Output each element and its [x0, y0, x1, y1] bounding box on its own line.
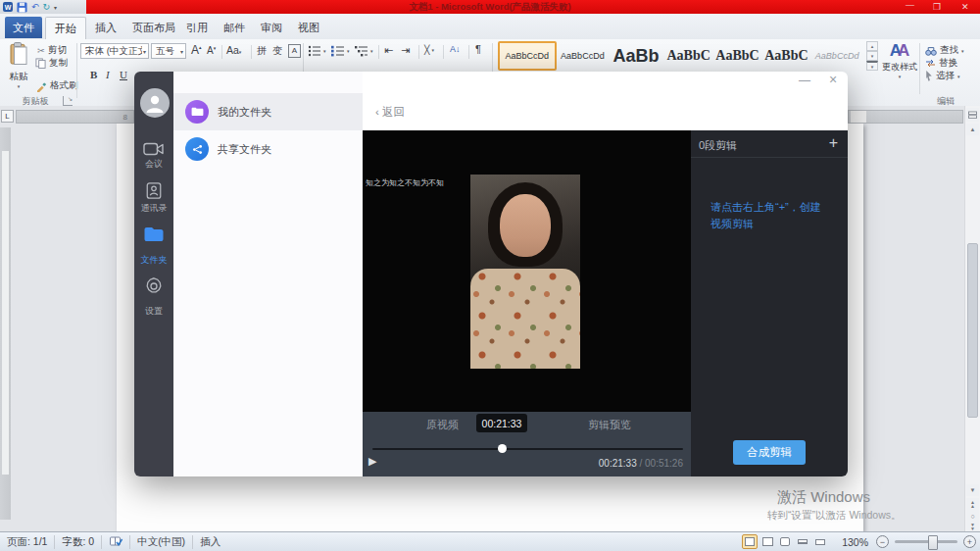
gallery-scroll-down[interactable]: ▾ [866, 51, 878, 61]
zoom-out-button[interactable]: − [876, 535, 889, 548]
zoom-slider-handle[interactable] [928, 535, 938, 550]
increase-indent-icon[interactable]: ⇥ [401, 44, 410, 57]
horizontal-ruler-left[interactable]: 8 [16, 110, 134, 124]
find-button[interactable]: 查找▾ [925, 44, 964, 57]
gallery-more-button[interactable]: ▾ [866, 61, 878, 71]
ruler-toggle-button[interactable] [966, 108, 979, 122]
page-indicator[interactable]: 页面: 1/1 [7, 535, 47, 549]
word-logo-icon[interactable]: W [3, 2, 13, 12]
app-close-button[interactable]: × [829, 72, 837, 87]
horizontal-ruler-right[interactable] [848, 110, 963, 124]
tab-home[interactable]: 开始 [45, 17, 86, 39]
underline-button[interactable]: U [120, 69, 127, 80]
character-shading-icon[interactable]: 变 [272, 44, 282, 58]
tab-view[interactable]: 视图 [290, 17, 327, 38]
style-item[interactable]: AaBbCcDd [498, 41, 557, 71]
bold-button[interactable]: B [90, 69, 97, 80]
bullets-button[interactable]: ▾ [308, 45, 326, 57]
paste-button[interactable]: 粘贴 ▾ [4, 42, 33, 95]
word-count[interactable]: 字数: 0 [62, 535, 94, 549]
grow-font-button[interactable]: A▴ [191, 43, 202, 57]
fullscreen-reading-view-button[interactable] [760, 534, 775, 549]
vertical-ruler[interactable] [0, 127, 11, 520]
language-indicator[interactable]: 中文(中国) [137, 535, 185, 549]
style-item[interactable]: AaBbCcDd [559, 43, 608, 69]
decrease-indent-icon[interactable]: ⇤ [384, 44, 393, 57]
shrink-font-button[interactable]: A▾ [207, 45, 216, 56]
font-size-combo[interactable]: 五号 ▾ [151, 43, 186, 59]
tab-page-layout[interactable]: 页面布局 [127, 17, 180, 38]
restore-button[interactable]: ❐ [933, 0, 941, 14]
sidebar-item-folders[interactable] [143, 225, 165, 243]
web-layout-view-button[interactable] [777, 534, 793, 549]
sidebar-item-settings-label[interactable]: 设置 [134, 305, 173, 318]
minimize-button[interactable]: — [906, 0, 914, 12]
tab-mailings[interactable]: 邮件 [216, 17, 253, 38]
tab-review[interactable]: 审阅 [253, 17, 290, 38]
style-item[interactable]: AaBbC [762, 43, 809, 69]
change-case-button[interactable]: Aa▾ [226, 44, 241, 56]
style-item[interactable]: AaBbC [714, 43, 761, 69]
scrollbar-thumb[interactable] [967, 243, 978, 418]
vertical-scrollbar[interactable]: ▲ ▼ ▲▲ ○ ▼▼ [964, 106, 980, 531]
format-painter-button[interactable]: 格式刷 [35, 79, 78, 92]
seek-bar[interactable] [372, 448, 683, 450]
sidebar-item-meeting[interactable] [143, 140, 165, 157]
print-layout-view-button[interactable] [742, 534, 758, 549]
undo-icon[interactable]: ↶ [31, 2, 39, 12]
tab-original-video[interactable]: 原视频 [426, 418, 459, 432]
zoom-in-button[interactable]: + [963, 535, 976, 548]
phonetic-guide-icon[interactable]: 拼 [257, 44, 267, 58]
style-item[interactable]: AaBbCcDd [811, 43, 862, 69]
add-clip-button[interactable]: + [829, 134, 838, 152]
qat-dropdown-icon[interactable]: ▾ [54, 4, 57, 11]
video-viewport[interactable]: 知之为知之不知为不知 [363, 130, 691, 412]
list-item-shared-folder[interactable]: 共享文件夹 [173, 130, 363, 168]
numbering-button[interactable]: ▾ [331, 45, 350, 57]
zoom-level[interactable]: 130% [842, 536, 868, 548]
replace-button[interactable]: 替换 [925, 57, 957, 70]
show-marks-icon[interactable]: ¶ [475, 43, 481, 55]
tab-insert[interactable]: 插入 [88, 17, 123, 38]
character-border-icon[interactable]: A [288, 44, 301, 58]
asian-layout-button[interactable]: ╳ ▾ [424, 45, 434, 55]
back-button[interactable]: ‹ 返回 [375, 105, 405, 120]
redo-icon[interactable]: ↻ [43, 2, 51, 12]
zoom-slider[interactable] [895, 540, 957, 543]
sort-icon[interactable]: A↓ [450, 44, 461, 54]
sidebar-item-contacts[interactable] [145, 181, 163, 200]
tab-references[interactable]: 引用 [178, 17, 216, 38]
outline-view-button[interactable] [795, 534, 810, 549]
previous-page-button[interactable]: ▲▲ [966, 498, 979, 510]
play-icon[interactable]: ▶ [368, 455, 376, 468]
scroll-down-arrow[interactable]: ▼ [966, 484, 979, 496]
sidebar-item-folders-label[interactable]: 文件夹 [134, 254, 173, 267]
change-styles-button[interactable]: AA 更改样式 ▾ [880, 41, 919, 79]
seek-handle[interactable] [498, 444, 507, 453]
tab-clip-preview[interactable]: 剪辑预览 [588, 418, 631, 432]
sidebar-item-settings[interactable] [144, 276, 164, 296]
avatar[interactable] [140, 88, 170, 118]
draft-view-button[interactable] [812, 534, 828, 549]
clipboard-dialog-launcher[interactable]: ↘ [63, 96, 73, 106]
spell-check-icon[interactable] [109, 536, 122, 547]
sidebar-item-contacts-label[interactable]: 通讯录 [134, 202, 173, 215]
gallery-scroll-up[interactable]: ▴ [866, 41, 878, 51]
tab-file[interactable]: 文件 [5, 17, 42, 38]
copy-button[interactable]: 复制 [35, 57, 68, 70]
app-minimize-button[interactable]: — [799, 74, 810, 87]
compose-clips-button[interactable]: 合成剪辑 [733, 440, 806, 465]
tab-selector[interactable]: L [1, 110, 14, 123]
select-button[interactable]: 选择▾ [925, 70, 960, 82]
scroll-up-arrow[interactable]: ▲ [966, 124, 979, 135]
multilevel-list-button[interactable]: ▾ [355, 45, 373, 57]
sidebar-item-meeting-label[interactable]: 会议 [134, 158, 173, 171]
list-item-my-folder[interactable]: 我的文件夹 [173, 93, 363, 130]
cut-button[interactable]: ✂ 剪切 [37, 44, 67, 57]
italic-button[interactable]: I [106, 69, 110, 80]
close-button[interactable]: ✕ [961, 0, 969, 14]
save-icon[interactable] [17, 2, 27, 13]
style-item[interactable]: AaBb [609, 43, 663, 69]
insert-mode[interactable]: 插入 [200, 535, 220, 549]
font-name-combo[interactable]: 宋体 (中文正文 ▾ [80, 43, 149, 59]
